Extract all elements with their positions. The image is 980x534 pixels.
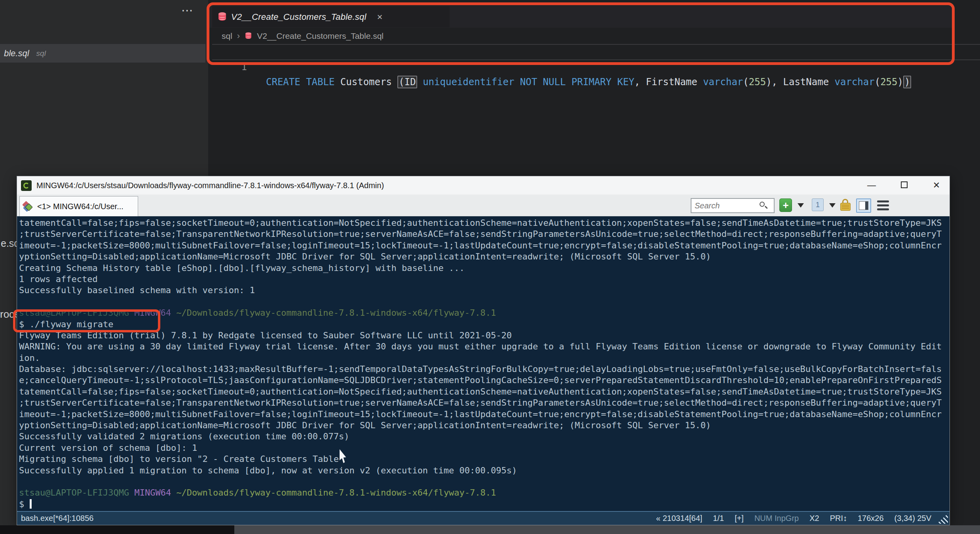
console-text: ~/Downloads/flyway-commandline-7.8.1-win… — [176, 308, 496, 318]
console-line: $ ./flyway migrate — [19, 319, 942, 330]
console-line: Migrating schema [dbo] to version "2 - C… — [19, 454, 942, 465]
console-text: stsau@LAPTOP-LFIJ3QMG — [19, 308, 134, 318]
breadcrumb: sql › V2__Create_Customers_Table.sql — [222, 30, 384, 42]
breadcrumb-folder[interactable]: sql — [222, 31, 232, 41]
current-line-highlight — [212, 59, 980, 60]
database-file-icon — [218, 12, 226, 22]
code-token: Customers — [334, 76, 397, 88]
console-text: Successfully baselined schema with versi… — [19, 285, 255, 295]
console-text: imeout=-1;packetSize=8000;multiSubnetFai… — [19, 409, 942, 419]
code-token: ), LastName — [766, 76, 834, 88]
breadcrumb-file[interactable]: V2__Create_Customers_Table.sql — [257, 31, 384, 41]
console-line: e;cancelQueryTimeout=-1;sslProtocol=TLS;… — [19, 375, 942, 386]
console-line: WARNING: You are using a 30 day limited … — [19, 341, 942, 352]
console-text: $ — [19, 499, 30, 509]
database-file-icon — [245, 32, 251, 40]
editor-tab-label: V2__Create_Customers_Table.sql — [231, 12, 367, 22]
console-text: ;trustServerCertificate=false;Transparen… — [19, 398, 942, 408]
console-line: tatementCall=false;fips=false;socketTime… — [19, 386, 942, 397]
status-item: NUM InpGrp — [754, 514, 799, 523]
console-text: Successfully applied 1 migration to sche… — [19, 465, 517, 475]
window-controls: — ✕ — [866, 176, 942, 195]
console-text: Database: jdbc:sqlserver://localhost:143… — [19, 364, 942, 374]
console-line: $ — [19, 499, 942, 510]
console-list-dropdown-icon[interactable] — [829, 203, 836, 208]
console-line: Successfully validated 2 migrations (exe… — [19, 431, 942, 442]
console-line: Creating Schema History table [eShop].[d… — [19, 263, 942, 274]
console-line: stsau@LAPTOP-LFIJ3QMG MINGW64 ~/Download… — [19, 307, 942, 318]
console-text: Migrating schema [dbo] to version "2 - C… — [19, 454, 344, 464]
console-text: MINGW64 — [134, 488, 176, 498]
console-text: yptionSetting=Disabled;applicationName=M… — [19, 252, 711, 261]
code-token: CREATE TABLE — [266, 76, 334, 88]
conemu-app-icon — [21, 180, 32, 191]
console-line: stsau@LAPTOP-LFIJ3QMG MINGW64 ~/Download… — [19, 487, 942, 498]
console-line: ion. — [19, 353, 942, 364]
search-icon[interactable] — [759, 201, 768, 210]
console-line: yptionSetting=Disabled;applicationName=M… — [19, 251, 942, 262]
terminal-status-bar: bash.exe[*64]:10856 « 210314[64]1/1[+]NU… — [17, 511, 950, 525]
console-line: tatementCall=false;fips=false;socketTime… — [19, 217, 942, 229]
console-text: ion. — [19, 353, 40, 363]
code-line[interactable]: 1 CREATE TABLE Customers (ID uniqueident… — [0, 44, 980, 59]
code-text: CREATE TABLE Customers (ID uniqueidentif… — [266, 74, 911, 90]
console-line: 1 rows affected — [19, 274, 942, 285]
console-text: e;cancelQueryTimeout=-1;sslProtocol=TLS;… — [19, 375, 942, 385]
terminal-tab-mingw64[interactable]: <1> MINGW64:/c/User... — [19, 196, 138, 216]
console-line: imeout=-1;packetSize=8000;multiSubnetFai… — [19, 240, 942, 251]
code-token: varchar — [835, 76, 875, 88]
close-button[interactable]: ✕ — [931, 180, 942, 191]
terminal-tab-label: <1> MINGW64:/c/User... — [37, 202, 123, 211]
line-number: 1 — [237, 59, 247, 74]
console-text: ~/Downloads/flyway-commandline-7.8.1-win… — [176, 488, 496, 498]
code-token: ) — [903, 76, 911, 88]
git-bash-icon — [23, 201, 33, 212]
console-text: tatementCall=false;fips=false;socketTime… — [19, 218, 942, 228]
console-text: stsau@LAPTOP-LFIJ3QMG — [19, 488, 134, 498]
code-token: uniqueidentifier NOT NULL PRIMARY KEY — [423, 76, 634, 88]
search-input[interactable] — [695, 201, 758, 210]
menu-icon[interactable] — [877, 198, 889, 212]
console-text: Current version of schema [dbo]: 1 — [19, 443, 197, 453]
status-item: 1/1 — [713, 514, 724, 523]
console-text: ;trustServerCertificate=false;Transparen… — [19, 229, 942, 239]
console-output[interactable]: tatementCall=false;fips=false;socketTime… — [17, 216, 950, 511]
status-items: « 210314[64]1/1[+]NUM InpGrpX2PRI↕176x26… — [656, 514, 931, 523]
status-item: (3,34) 25V — [895, 514, 931, 523]
terminal-tab-bar: <1> MINGW64:/c/User... + 1 — [17, 195, 950, 216]
console-line: Successfully baselined schema with versi… — [19, 285, 942, 296]
resize-grip-icon[interactable] — [937, 513, 948, 524]
code-token — [417, 76, 423, 88]
tab-close-icon[interactable]: × — [377, 11, 383, 23]
code-token: ( — [743, 76, 748, 88]
lock-icon[interactable] — [839, 198, 851, 212]
code-token: ) — [898, 76, 903, 88]
status-process: bash.exe[*64]:10856 — [21, 514, 94, 523]
background-bottom-strip — [0, 525, 980, 534]
console-line: Current version of schema [dbo]: 1 — [19, 442, 942, 454]
console-number-button[interactable]: 1 — [812, 198, 824, 211]
new-console-button[interactable]: + — [779, 198, 792, 212]
new-console-dropdown-icon[interactable] — [798, 203, 804, 208]
console-line: ;trustServerCertificate=false;Transparen… — [19, 397, 942, 408]
terminal-titlebar[interactable]: MINGW64:/c/Users/stsau/Downloads/flyway-… — [17, 176, 950, 195]
console-line: Flyway Teams Edition (trial) 7.8.1 by Re… — [19, 330, 942, 341]
status-item: [+] — [735, 514, 744, 523]
console-line: ;trustServerCertificate=false;Transparen… — [19, 229, 942, 240]
console-text: WARNING: You are using a 30 day limited … — [19, 341, 942, 351]
window-layout-button[interactable] — [856, 198, 871, 213]
console-line: Database: jdbc:sqlserver://localhost:143… — [19, 364, 942, 375]
console-line: imeout=-1;packetSize=8000;multiSubnetFai… — [19, 409, 942, 420]
console-text: yptionSetting=Disabled;applicationName=M… — [19, 420, 711, 430]
console-lines: tatementCall=false;fips=false;socketTime… — [19, 217, 942, 510]
screen: ⋯ ble.sql sql e.sq roce V2__Create_Custo… — [0, 0, 980, 534]
status-item: « 210314[64] — [656, 514, 703, 523]
editor-more-actions-icon[interactable]: ⋯ — [181, 3, 194, 17]
maximize-button[interactable] — [898, 180, 910, 191]
terminal-cursor — [30, 499, 32, 509]
console-text: imeout=-1;packetSize=8000;multiSubnetFai… — [19, 240, 942, 250]
minimize-button[interactable]: — — [866, 180, 877, 191]
console-line — [19, 296, 942, 307]
editor-tab-sql-file[interactable]: V2__Create_Customers_Table.sql × — [212, 6, 450, 27]
console-line — [19, 476, 942, 487]
